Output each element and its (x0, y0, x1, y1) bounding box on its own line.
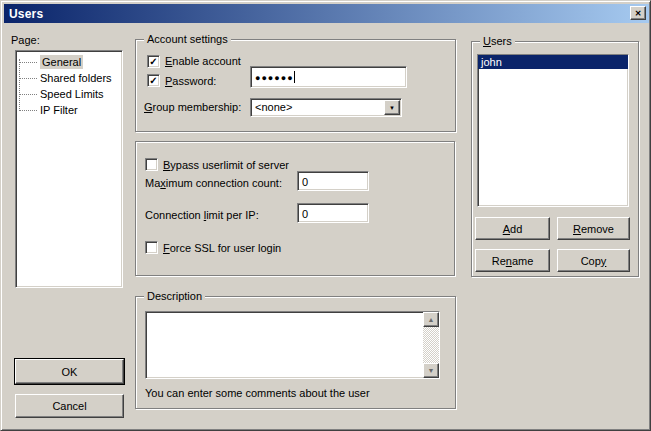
password-input[interactable]: ●●●●●● (250, 66, 407, 88)
checkmark-icon: ✓ (149, 76, 157, 86)
password-checkbox[interactable]: ✓ (147, 74, 160, 87)
scroll-down-icon: ▼ (428, 367, 435, 374)
enable-account-label[interactable]: Enable account (165, 55, 241, 68)
add-button[interactable]: Add (475, 217, 550, 240)
checkmark-icon: ✓ (149, 57, 157, 67)
users-dialog: Users ✕ Page: General Shared folders Spe… (0, 0, 651, 431)
description-hint: You can enter some comments about the us… (145, 387, 370, 400)
password-label[interactable]: Password: (165, 75, 216, 88)
close-icon: ✕ (635, 9, 642, 18)
description-value (146, 312, 439, 316)
scroll-down-button[interactable]: ▼ (423, 363, 439, 378)
connection-limit-per-ip-label: Connection limit per IP: (145, 209, 259, 222)
force-ssl-label[interactable]: Force SSL for user login (163, 242, 281, 255)
scroll-up-icon: ▲ (428, 316, 435, 323)
description-scrollbar[interactable]: ▲ ▼ (423, 312, 439, 378)
users-group-title: Users (480, 35, 515, 48)
remove-button[interactable]: Remove (557, 217, 630, 240)
ok-button[interactable]: OK (15, 359, 124, 384)
tree-item-speed-limits[interactable]: Speed Limits (16, 86, 122, 102)
connection-limit-per-ip-input[interactable]: 0 (297, 203, 369, 223)
bypass-userlimit-label[interactable]: Bypass userlimit of server (163, 159, 289, 172)
group-membership-label: Group membership: (144, 101, 241, 114)
page-tree: General Shared folders Speed Limits IP F… (15, 50, 123, 288)
copy-button[interactable]: Copy (557, 249, 630, 272)
tree-item-general[interactable]: General (16, 54, 122, 70)
text-caret (294, 71, 295, 83)
bypass-userlimit-checkbox[interactable] (145, 158, 158, 171)
max-connection-count-label: Maximum connection count: (145, 177, 282, 190)
page-list-label: Page: (11, 34, 40, 47)
account-settings-group: Account settings ✓ Enable account ✓ Pass… (135, 39, 456, 132)
max-connection-count-input[interactable]: 0 (297, 171, 369, 191)
group-membership-select[interactable]: <none> ▼ (250, 98, 402, 117)
users-group: Users john Add Remove Rename Copy (471, 41, 639, 277)
description-title: Description (144, 290, 205, 303)
users-listbox[interactable]: john (477, 54, 629, 207)
close-button[interactable]: ✕ (630, 6, 646, 20)
dropdown-button[interactable]: ▼ (384, 100, 400, 115)
force-ssl-checkbox[interactable] (145, 241, 158, 254)
connection-limits-group: Bypass userlimit of server Maximum conne… (135, 141, 455, 276)
tree-item-ip-filter[interactable]: IP Filter (16, 102, 122, 118)
chevron-down-icon: ▼ (389, 105, 395, 111)
description-textarea[interactable]: ▲ ▼ (145, 311, 440, 379)
group-membership-value: <none> (251, 99, 401, 114)
rename-button[interactable]: Rename (475, 249, 550, 272)
title-bar: Users ✕ (4, 4, 649, 23)
account-settings-title: Account settings (144, 33, 231, 46)
cancel-button[interactable]: Cancel (15, 394, 124, 418)
window-title: Users (9, 7, 43, 21)
description-group: Description ▲ ▼ You can enter some comme… (135, 296, 456, 409)
enable-account-checkbox[interactable]: ✓ (147, 55, 160, 68)
scroll-up-button[interactable]: ▲ (423, 312, 439, 327)
list-item[interactable]: john (478, 55, 628, 69)
tree-item-shared-folders[interactable]: Shared folders (16, 70, 122, 86)
password-masked-value: ●●●●●● (255, 73, 294, 83)
